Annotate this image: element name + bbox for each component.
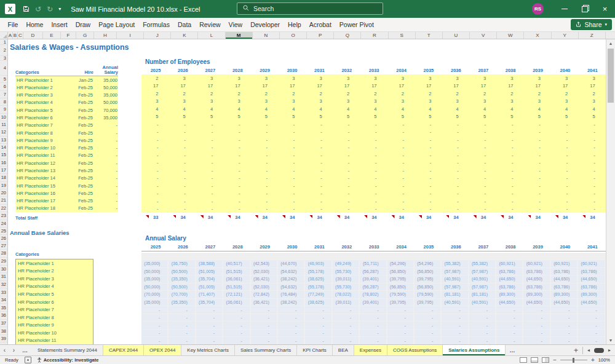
salary-cell[interactable]: (44,670) [278, 260, 305, 268]
staff-hire-cell[interactable]: Jan-25 [73, 77, 93, 83]
salary-cell[interactable]: (50,000) [141, 283, 169, 291]
salary-empty-cell[interactable]: - [223, 306, 250, 314]
accessibility-status[interactable]: Accessibility: Investigate [37, 357, 99, 363]
salary-cell[interactable]: (35,000) [141, 299, 169, 307]
staff-salary-cell[interactable]: - [93, 122, 118, 128]
salary-empty-cell[interactable]: - [333, 314, 360, 322]
salary-empty-cell[interactable]: - [496, 337, 523, 344]
employee-cell[interactable]: 3 [469, 74, 496, 82]
row-header-26[interactable]: 26 [0, 235, 7, 242]
sheet-tab-sales-summary-charts[interactable]: Sales Summary Charts [235, 345, 297, 355]
employee-empty-cell[interactable]: - [578, 144, 605, 152]
year-header-2038[interactable]: 2038 [496, 66, 523, 74]
salary-cell[interactable]: (39,401) [360, 275, 387, 283]
salary-empty-cell[interactable]: - [469, 322, 496, 330]
salary-cell[interactable]: (39,011) [333, 299, 360, 307]
staff-hire-cell[interactable]: Feb-25 [73, 152, 93, 158]
salary-cell[interactable]: (52,030) [251, 283, 278, 291]
salary-empty-cell[interactable]: - [278, 337, 305, 344]
row-header-1[interactable]: 1 [0, 39, 7, 45]
total-staff-cell[interactable]: 34 [305, 213, 332, 221]
staff-category-cell[interactable]: HR Placeholder 6 [15, 115, 73, 121]
column-header-E[interactable]: E [43, 32, 61, 39]
salary-empty-cell[interactable]: - [333, 306, 360, 314]
salary-cell[interactable]: (72,842) [251, 291, 278, 299]
employee-cell[interactable]: 2 [196, 90, 223, 98]
salary-empty-cell[interactable]: - [523, 322, 550, 330]
employee-empty-cell[interactable]: - [169, 144, 196, 152]
employee-empty-cell[interactable]: - [523, 197, 550, 205]
employee-cell[interactable]: 5 [223, 113, 250, 121]
employee-empty-cell[interactable]: - [305, 167, 332, 175]
staff-category-cell[interactable]: HR Placeholder 13 [15, 168, 73, 173]
employee-empty-cell[interactable]: - [251, 205, 278, 213]
staff-salary-cell[interactable]: 35,000 [93, 115, 118, 121]
salary-empty-cell[interactable]: - [551, 337, 578, 344]
employee-empty-cell[interactable]: - [333, 121, 360, 129]
salary-empty-cell[interactable]: - [251, 306, 278, 314]
employee-cell[interactable]: 5 [141, 113, 169, 121]
employee-empty-cell[interactable]: - [496, 144, 523, 152]
staff-category-cell[interactable]: HR Placeholder 11 [15, 152, 73, 158]
hidden-tabs-left-ellipsis[interactable]: … [18, 345, 32, 355]
salary-cell[interactable]: (44,650) [523, 299, 550, 307]
salary-empty-cell[interactable]: - [169, 337, 196, 344]
salary-empty-cell[interactable]: - [469, 330, 496, 338]
row-header-32[interactable]: 32 [0, 281, 7, 289]
row-header-15[interactable]: 15 [0, 151, 7, 159]
account-avatar[interactable]: RS [532, 3, 544, 15]
staff-hire-cell[interactable]: Feb-25 [73, 130, 93, 136]
salary-empty-cell[interactable]: - [251, 330, 278, 338]
salary-empty-cell[interactable]: - [305, 330, 332, 338]
ribbon-tab-power-pivot[interactable]: Power Pivot [335, 18, 378, 31]
employee-empty-row[interactable]: ----------------- [141, 151, 606, 159]
employee-cell[interactable]: 3 [251, 74, 278, 82]
salary-cell[interactable]: (39,795) [387, 275, 415, 283]
staff-row[interactable]: HR Placeholder 7Feb-25- [15, 122, 118, 129]
row-header-12[interactable]: 12 [0, 129, 7, 136]
salary-cell[interactable]: (63,786) [551, 283, 578, 291]
macro-record-icon[interactable] [25, 357, 31, 363]
row-header-19[interactable]: 19 [0, 182, 7, 189]
column-header-N[interactable]: N [253, 32, 280, 39]
employee-empty-cell[interactable]: - [387, 151, 415, 159]
employee-cell[interactable]: 17 [551, 82, 578, 90]
employee-empty-cell[interactable]: - [496, 197, 523, 205]
total-staff-cell[interactable]: 34 [387, 213, 415, 221]
employee-empty-cell[interactable]: - [469, 136, 496, 144]
employee-cell[interactable]: 3 [578, 74, 605, 82]
employee-empty-cell[interactable]: - [415, 175, 442, 183]
employee-cell[interactable]: 2 [496, 90, 523, 98]
employee-empty-cell[interactable]: - [223, 136, 250, 144]
employee-empty-cell[interactable]: - [333, 167, 360, 175]
employee-empty-cell[interactable]: - [442, 151, 469, 159]
redo-icon[interactable]: ↻ [47, 6, 53, 13]
employee-empty-cell[interactable]: - [415, 205, 442, 213]
employee-empty-cell[interactable]: - [442, 182, 469, 190]
ribbon-tab-acrobat[interactable]: Acrobat [305, 18, 335, 31]
salary-cell[interactable]: (89,300) [578, 291, 605, 299]
employee-empty-cell[interactable]: - [387, 197, 415, 205]
employee-empty-cell[interactable]: - [360, 129, 387, 136]
employee-empty-cell[interactable]: - [169, 205, 196, 213]
ribbon-tab-data[interactable]: Data [173, 18, 195, 31]
total-staff-cell[interactable]: 34 [551, 213, 578, 221]
employee-empty-cell[interactable]: - [551, 144, 578, 152]
year-header-2033[interactable]: 2033 [360, 66, 387, 74]
employee-cell[interactable]: 4 [578, 105, 605, 113]
salary-cell[interactable]: (71,407) [196, 291, 223, 299]
salary-empty-cell[interactable]: - [196, 306, 223, 314]
employee-empty-cell[interactable]: - [251, 159, 278, 167]
employee-empty-cell[interactable]: - [305, 175, 332, 183]
total-staff-cell[interactable]: 34 [415, 213, 442, 221]
employee-cell[interactable]: 17 [415, 82, 442, 90]
base-salary-row[interactable]: HR Placeholder 11 [16, 336, 93, 344]
employee-cell[interactable]: 3 [360, 98, 387, 106]
employee-cell[interactable]: 5 [523, 113, 550, 121]
row-header-20[interactable]: 20 [0, 189, 7, 197]
employee-empty-cell[interactable]: - [415, 167, 442, 175]
employee-empty-cell[interactable]: - [278, 136, 305, 144]
base-salary-row[interactable]: HR Placeholder 8 [16, 314, 93, 322]
staff-category-cell[interactable]: HR Placeholder 17 [15, 198, 73, 204]
salary-empty-cell[interactable]: - [278, 306, 305, 314]
